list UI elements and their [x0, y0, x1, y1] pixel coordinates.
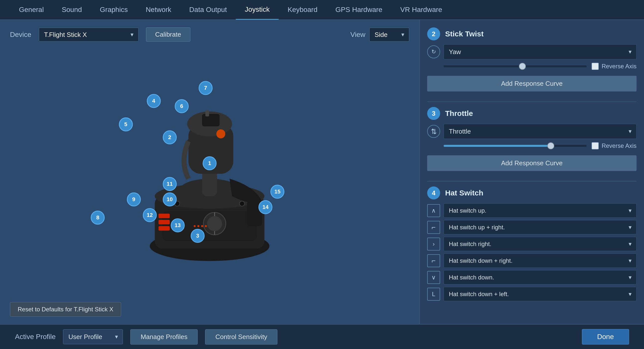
yaw-slider-row: Reverse Axis	[444, 63, 636, 70]
view-select[interactable]: Side Top Front	[369, 28, 409, 42]
hat-up-right-select[interactable]: Hat switch up + right.	[444, 220, 636, 234]
button-marker-14[interactable]: 14	[258, 200, 272, 214]
hat-row-right: › Hat switch right.	[427, 237, 636, 251]
svg-point-23	[198, 225, 200, 227]
hat-down-select-wrapper: Hat switch down.	[444, 270, 636, 284]
yaw-slider-thumb[interactable]	[519, 63, 526, 70]
button-marker-7[interactable]: 7	[199, 81, 212, 95]
throttle-slider-thumb[interactable]	[547, 142, 554, 149]
yaw-add-response-button[interactable]: Add Response Curve	[427, 76, 636, 92]
button-marker-4[interactable]: 4	[147, 94, 161, 108]
nav-joystick[interactable]: Joystick	[236, 0, 279, 20]
yaw-slider-track[interactable]	[444, 65, 587, 67]
control-sensitivity-button[interactable]: Control Sensitivity	[205, 329, 278, 344]
device-bar: Device T.Flight Stick X Calibrate View S…	[10, 28, 409, 42]
hat-up-select-wrapper: Hat switch up.	[444, 204, 636, 218]
svg-point-25	[205, 225, 207, 227]
svg-rect-5	[158, 220, 170, 224]
yaw-select[interactable]: Yaw	[444, 44, 636, 59]
svg-rect-14	[205, 110, 209, 116]
hat-switch-title: Hat Switch	[445, 189, 483, 197]
device-label: Device	[10, 31, 32, 39]
hat-right-select[interactable]: Hat switch right.	[444, 237, 636, 251]
done-button[interactable]: Done	[582, 329, 629, 344]
nav-network[interactable]: Network	[137, 0, 180, 20]
joystick-image-container: 1 2 3 4 5 6 7 8 9 10 11 12 13 14 15	[10, 49, 409, 308]
hat-up-select[interactable]: Hat switch up.	[444, 204, 636, 218]
hat-row-down-left: L Hat switch down + left.	[427, 287, 636, 301]
throttle-icon: ⇅	[427, 125, 440, 138]
reset-defaults-button[interactable]: Reset to Defaults for T.Flight Stick X	[10, 302, 121, 316]
button-marker-10[interactable]: 10	[163, 192, 177, 206]
button-marker-12[interactable]: 12	[143, 208, 157, 222]
view-select-wrapper: Side Top Front	[369, 28, 409, 42]
throttle-select[interactable]: Throttle	[444, 124, 636, 139]
profile-select-wrapper: User Profile	[63, 329, 123, 344]
yaw-select-wrapper: Yaw	[444, 44, 636, 59]
button-marker-1[interactable]: 1	[202, 156, 216, 170]
stick-twist-header: 2 Stick Twist	[427, 28, 636, 40]
joystick-svg	[122, 92, 297, 266]
hat-row-down: ∨ Hat switch down.	[427, 270, 636, 284]
button-marker-3[interactable]: 3	[191, 229, 204, 243]
nav-general[interactable]: General	[10, 0, 53, 20]
divider-1	[427, 102, 636, 102]
profile-select[interactable]: User Profile	[63, 329, 123, 344]
throttle-section: 3 Throttle ⇅ Throttle Reverse Axis	[427, 107, 636, 174]
nav-sound[interactable]: Sound	[53, 0, 91, 20]
hat-down-right-icon: ⌐	[427, 254, 440, 267]
hat-up-right-icon: ⌐	[427, 221, 440, 234]
throttle-select-wrapper: Throttle	[444, 124, 636, 139]
nav-vr-hardware[interactable]: VR Hardware	[391, 0, 451, 20]
calibrate-button[interactable]: Calibrate	[146, 28, 190, 42]
svg-point-19	[207, 216, 222, 231]
throttle-reverse-checkbox[interactable]	[592, 142, 599, 149]
throttle-slider-row: Reverse Axis	[444, 142, 636, 149]
svg-point-15	[216, 130, 225, 138]
yaw-reverse-axis: Reverse Axis	[592, 63, 636, 70]
hat-down-right-select-wrapper: Hat switch down + right.	[444, 254, 636, 268]
hat-down-icon: ∨	[427, 271, 440, 284]
button-marker-2[interactable]: 2	[163, 130, 177, 144]
button-marker-15[interactable]: 15	[270, 185, 284, 199]
button-marker-5[interactable]: 5	[119, 118, 133, 131]
device-select-wrapper: T.Flight Stick X	[39, 28, 138, 42]
nav-keyboard[interactable]: Keyboard	[279, 0, 326, 20]
svg-rect-6	[158, 226, 170, 230]
hat-down-left-select[interactable]: Hat switch down + left.	[444, 287, 636, 301]
throttle-slider-track[interactable]	[444, 145, 587, 147]
hat-switch-number: 4	[427, 186, 440, 200]
manage-profiles-button[interactable]: Manage Profiles	[130, 329, 198, 344]
view-label: View	[350, 31, 365, 39]
device-select[interactable]: T.Flight Stick X	[39, 28, 138, 42]
hat-row-down-right: ⌐ Hat switch down + right.	[427, 254, 636, 268]
button-marker-8[interactable]: 8	[91, 211, 105, 224]
svg-rect-13	[202, 114, 220, 126]
hat-right-select-wrapper: Hat switch right.	[444, 237, 636, 251]
svg-point-24	[201, 225, 203, 227]
yaw-slider-fill	[444, 65, 522, 67]
throttle-title: Throttle	[445, 109, 473, 118]
yaw-reverse-checkbox[interactable]	[592, 63, 599, 70]
button-marker-13[interactable]: 13	[171, 218, 185, 232]
joystick-panel: Device T.Flight Stick X Calibrate View S…	[0, 20, 420, 324]
settings-panel: 2 Stick Twist ↻ Yaw Reverse Axis	[420, 20, 644, 324]
nav-graphics[interactable]: Graphics	[91, 0, 137, 20]
hat-down-left-icon: L	[427, 288, 440, 301]
svg-point-17	[240, 201, 244, 206]
stick-twist-icon: ↻	[427, 45, 440, 58]
throttle-header: 3 Throttle	[427, 107, 636, 120]
hat-down-select[interactable]: Hat switch down.	[444, 270, 636, 284]
stick-twist-number: 2	[427, 28, 440, 40]
button-marker-6[interactable]: 6	[175, 99, 189, 113]
nav-gps-hardware[interactable]: GPS Hardware	[326, 0, 391, 20]
throttle-add-response-button[interactable]: Add Response Curve	[427, 155, 636, 171]
nav-data-output[interactable]: Data Output	[180, 0, 236, 20]
svg-rect-4	[158, 214, 170, 218]
button-marker-9[interactable]: 9	[127, 192, 141, 206]
hat-up-right-select-wrapper: Hat switch up + right.	[444, 220, 636, 234]
throttle-reverse-label: Reverse Axis	[602, 142, 636, 149]
main-area: Device T.Flight Stick X Calibrate View S…	[0, 20, 644, 324]
button-marker-11[interactable]: 11	[163, 177, 177, 191]
hat-down-right-select[interactable]: Hat switch down + right.	[444, 254, 636, 268]
